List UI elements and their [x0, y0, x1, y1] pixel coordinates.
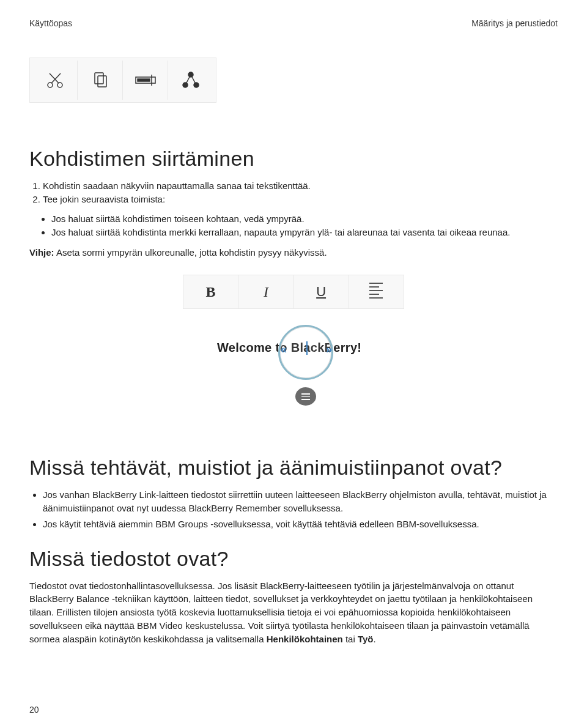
bold-henkilokohtainen: Henkilökohtainen: [267, 634, 343, 644]
step-2: Tee jokin seuraavista toimista:: [43, 193, 558, 206]
italic-button: I: [238, 275, 294, 308]
svg-line-12: [185, 75, 191, 85]
bold-tyo: Työ: [358, 634, 374, 644]
cursor-handle-left-icon: [281, 343, 287, 356]
text-caret: [306, 341, 308, 355]
format-toolbar: B I U: [183, 275, 404, 309]
svg-line-2: [51, 73, 61, 83]
section2-bullet-2: Jos käytit tehtäviä aiemmin BBM Groups -…: [43, 518, 558, 531]
svg-rect-5: [98, 76, 106, 87]
cut-icon: [32, 61, 78, 100]
paste-icon: [123, 61, 168, 100]
svg-rect-7: [138, 79, 150, 81]
cursor-handle-right-icon: [326, 343, 332, 356]
hint-text: Aseta sormi ympyrän ulkoreunalle, jotta …: [54, 247, 327, 258]
copy-icon: [78, 61, 123, 100]
section3-text-mid: tai: [343, 634, 358, 644]
svg-line-13: [191, 75, 196, 85]
svg-rect-4: [95, 73, 103, 84]
bold-button: B: [183, 275, 238, 308]
section1-steps: Kohdistin saadaan näkyviin napauttamalla…: [43, 179, 558, 206]
cursor-handle-icon: [295, 387, 316, 406]
section3-title: Missä tiedostot ovat?: [29, 547, 558, 571]
share-icon: [168, 61, 213, 100]
svg-line-3: [50, 73, 59, 83]
section2-bullets: Jos vanhan BlackBerry Link-laitteen tied…: [43, 488, 558, 530]
section2-bullet-1: Jos vanhan BlackBerry Link-laitteen tied…: [43, 488, 558, 515]
section2-title: Missä tehtävät, muistiot ja äänimuistiin…: [29, 456, 558, 480]
hint-paragraph: Vihje: Aseta sormi ympyrän ulkoreunalle,…: [29, 246, 558, 259]
edit-toolbar: [29, 58, 216, 103]
substep-2: Jos haluat siirtää kohdistinta merkki ke…: [51, 226, 558, 240]
section3-text-end: .: [373, 634, 375, 644]
section1-title: Kohdistimen siirtäminen: [29, 147, 558, 171]
hint-label: Vihje:: [29, 247, 54, 258]
substep-1: Jos haluat siirtää kohdistimen toiseen k…: [51, 212, 558, 226]
section3-paragraph: Tiedostot ovat tiedostonhallintasovelluk…: [29, 579, 558, 646]
cursor-figure: B I U Welcome to BlackBerry!: [183, 275, 404, 413]
header-right: Määritys ja perustiedot: [471, 18, 558, 28]
header-left: Käyttöopas: [29, 18, 72, 28]
step-1: Kohdistin saadaan näkyviin napauttamalla…: [43, 179, 558, 193]
align-left-icon: [369, 283, 383, 301]
align-button: [349, 275, 404, 308]
page-number: 20: [29, 705, 39, 715]
section1-substeps: Jos haluat siirtää kohdistimen toiseen k…: [51, 212, 558, 240]
underline-button: U: [294, 275, 349, 308]
